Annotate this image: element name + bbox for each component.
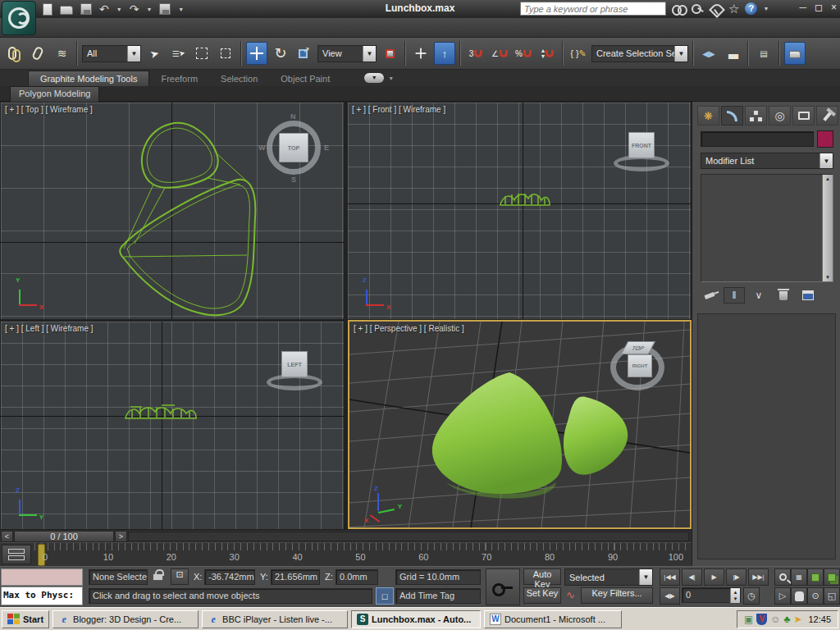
help-icon[interactable]: ? bbox=[745, 2, 757, 15]
rectangular-selection-region-icon[interactable] bbox=[191, 42, 212, 65]
edit-named-selection-sets-icon[interactable]: { }✎ bbox=[568, 42, 589, 65]
pin-stack-icon[interactable] bbox=[699, 287, 720, 304]
object-name-field[interactable] bbox=[701, 131, 814, 147]
maxscript-listener-macro-row[interactable] bbox=[1, 568, 83, 586]
start-button[interactable]: Start bbox=[2, 610, 49, 628]
maximize-viewport-toggle-icon[interactable]: ◱ bbox=[824, 587, 840, 605]
select-and-rotate-icon[interactable]: ↻ bbox=[270, 42, 291, 65]
close-button[interactable]: × bbox=[831, 2, 837, 13]
polygon-modeling-panel-tab[interactable]: Polygon Modeling bbox=[10, 86, 99, 102]
reference-coordinate-dropdown[interactable]: View▼ bbox=[317, 45, 377, 62]
named-selection-sets-dropdown[interactable]: Create Selection Se▼ bbox=[591, 45, 688, 62]
go-to-start-button[interactable]: |◀◀ bbox=[660, 568, 680, 586]
select-by-name-icon[interactable]: ☰➤ bbox=[167, 42, 189, 65]
time-slider-next-button[interactable]: > bbox=[115, 531, 127, 542]
go-to-end-button[interactable]: ▶▶| bbox=[748, 568, 769, 586]
tab-motion[interactable]: ◎ bbox=[769, 106, 791, 126]
time-slider-handle[interactable]: 0 / 100 bbox=[14, 531, 114, 542]
use-pivot-center-icon[interactable] bbox=[379, 42, 400, 65]
task-lunchbox-max[interactable]: S Lunchbox.max - Auto... bbox=[351, 610, 481, 628]
viewport-top[interactable]: [ + ] [ Top ] [ Wireframe ] N W E S TOP bbox=[1, 103, 344, 319]
angle-snap-toggle-icon[interactable]: ∠ bbox=[489, 42, 510, 65]
remove-modifier-icon[interactable] bbox=[773, 287, 794, 304]
layer-manager-icon[interactable]: ▤ bbox=[753, 42, 774, 65]
application-button[interactable] bbox=[2, 1, 36, 35]
select-object-icon[interactable]: ➤ bbox=[144, 42, 165, 65]
viewcube-left-face[interactable]: LEFT bbox=[281, 351, 308, 377]
modifier-list-dropdown[interactable]: Modifier List ▼ bbox=[701, 153, 833, 169]
help-dropdown-icon[interactable]: ▼ bbox=[763, 6, 769, 11]
favorites-star-icon[interactable]: ☆ bbox=[728, 3, 739, 15]
time-slider-prev-button[interactable]: < bbox=[1, 531, 13, 542]
bind-to-space-warp-icon[interactable]: ≋ bbox=[51, 42, 72, 65]
tab-modify[interactable] bbox=[721, 106, 743, 126]
search-icon[interactable] bbox=[672, 2, 685, 15]
set-keys-button[interactable] bbox=[486, 568, 520, 605]
next-frame-button[interactable]: |▶ bbox=[726, 568, 746, 586]
modifier-stack-scrollbar[interactable]: ▲▼ bbox=[822, 175, 833, 281]
previous-frame-button[interactable]: ◀| bbox=[682, 568, 702, 586]
align-icon[interactable]: ▄▄ bbox=[722, 42, 743, 65]
show-end-result-icon[interactable]: ‖ bbox=[724, 287, 745, 304]
viewcube-perspective-right-face[interactable]: RIGHT bbox=[628, 354, 652, 377]
set-key-button[interactable]: Set Key bbox=[523, 587, 561, 604]
viewport-perspective-label[interactable]: [ + ] [ Perspective ] [ Realistic ] bbox=[354, 324, 464, 333]
ribbon-options-arrow-icon[interactable]: ▼ bbox=[388, 75, 394, 81]
selection-lock-icon[interactable] bbox=[153, 573, 163, 581]
zoom-extents-icon[interactable] bbox=[807, 568, 824, 586]
unlink-selection-icon[interactable] bbox=[27, 42, 48, 65]
default-tangent-icon[interactable]: ∿ bbox=[566, 589, 575, 601]
time-configuration-icon[interactable]: ◷ bbox=[743, 587, 760, 605]
viewport-left[interactable]: [ + ] [ Left ] [ Wireframe ] LEFT Z Y bbox=[1, 322, 344, 529]
modifier-stack[interactable]: ▲▼ bbox=[701, 174, 833, 282]
tray-device-icon[interactable]: ▣ bbox=[744, 614, 753, 625]
tab-hierarchy[interactable] bbox=[745, 106, 767, 126]
viewcube-front-face[interactable]: FRONT bbox=[628, 132, 655, 158]
viewcube-left[interactable]: LEFT bbox=[268, 346, 321, 395]
restore-button[interactable]: ◻ bbox=[815, 2, 823, 13]
x-coordinate-field[interactable]: -36.742mm bbox=[204, 569, 255, 585]
select-and-scale-icon[interactable]: ↗ bbox=[294, 42, 315, 65]
tray-messenger-icon[interactable]: ☺ bbox=[770, 614, 780, 625]
viewport-front[interactable]: [ + ] [ Front ] [ Wireframe ] FRONT Z X bbox=[348, 103, 691, 319]
isolate-selection-toggle[interactable]: □ bbox=[376, 587, 394, 605]
ribbon-tab-object-paint[interactable]: Object Paint bbox=[269, 71, 341, 86]
viewport-front-label[interactable]: [ + ] [ Front ] [ Wireframe ] bbox=[352, 105, 445, 114]
communication-center-icon[interactable] bbox=[710, 2, 723, 15]
zoom-extents-all-icon[interactable] bbox=[824, 568, 840, 586]
dropdown-arrow-icon[interactable]: ▼ bbox=[127, 46, 140, 62]
dropdown-arrow-icon[interactable]: ▼ bbox=[674, 46, 687, 62]
select-and-move-button[interactable] bbox=[246, 42, 267, 65]
z-coordinate-field[interactable]: 0.0mm bbox=[336, 569, 378, 585]
ribbon-tab-freeform[interactable]: Freeform bbox=[149, 71, 209, 86]
viewcube-top[interactable]: N W E S TOP bbox=[267, 121, 321, 175]
key-filters-button[interactable]: Key Filters... bbox=[581, 587, 653, 604]
key-mode-toggle-button[interactable]: ◀▶ bbox=[660, 587, 680, 605]
viewcube-top-face[interactable]: TOP bbox=[279, 133, 308, 162]
play-button[interactable]: ▶ bbox=[704, 568, 724, 586]
viewcube-perspective[interactable]: TOP RIGHT bbox=[613, 340, 664, 390]
task-blogger[interactable]: e Blogger: 3D Design - Cre... bbox=[52, 610, 199, 628]
viewport-perspective[interactable]: [ + ] [ Perspective ] [ Realistic ] bbox=[348, 320, 692, 529]
search-input[interactable] bbox=[520, 2, 666, 16]
select-and-link-icon[interactable] bbox=[3, 42, 25, 65]
add-time-tag[interactable]: Add Time Tag bbox=[395, 588, 481, 604]
frame-spinner[interactable]: ▲▼ bbox=[730, 588, 740, 603]
tab-display[interactable] bbox=[792, 106, 815, 126]
minimize-button[interactable]: ─ bbox=[800, 2, 807, 13]
ribbon-tab-selection[interactable]: Selection bbox=[209, 71, 269, 86]
mirror-icon[interactable]: ◀▶ bbox=[698, 42, 719, 65]
key-selection-dropdown[interactable]: Selected▼ bbox=[564, 568, 653, 586]
make-unique-icon[interactable]: ∨ bbox=[748, 287, 769, 304]
dropdown-arrow-icon[interactable]: ▼ bbox=[819, 153, 833, 168]
field-of-view-icon[interactable]: ▷ bbox=[774, 587, 791, 605]
render-setup-button[interactable] bbox=[784, 42, 806, 65]
keyboard-override-toggle-button[interactable]: ↑ bbox=[434, 42, 455, 65]
selection-filter-dropdown[interactable]: All▼ bbox=[82, 45, 141, 62]
zoom-all-icon[interactable]: ▦ bbox=[791, 568, 807, 586]
configure-modifier-sets-icon[interactable] bbox=[797, 287, 819, 304]
task-word-document[interactable]: W Document1 - Microsoft ... bbox=[484, 610, 622, 628]
spinner-snap-toggle-icon[interactable]: ▲▼ bbox=[536, 42, 558, 65]
object-color-swatch[interactable] bbox=[817, 130, 833, 148]
tray-clover-icon[interactable]: ♣ bbox=[784, 614, 791, 625]
